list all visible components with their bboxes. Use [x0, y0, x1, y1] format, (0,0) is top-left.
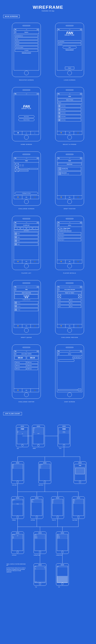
new-game-button[interactable]: New Game: [18, 115, 35, 118]
tab[interactable]: 🎮: [31, 324, 39, 328]
password-field[interactable]: Password: [15, 40, 38, 43]
challenge-button[interactable]: Challenge To Game: [15, 192, 38, 194]
roster-slot[interactable]: POS Player: [15, 361, 26, 364]
tab[interactable]: 🏆: [14, 196, 22, 199]
friend-item[interactable]: Friend Name: [58, 104, 81, 107]
flow-challenge: Challenge☒ vsChallenge: [11, 496, 24, 519]
tab-bar: 🏆FD🎮: [57, 131, 82, 134]
tab[interactable]: FD: [22, 324, 31, 328]
battery-icon: [37, 29, 38, 30]
tab[interactable]: 🎮: [74, 260, 82, 263]
stat: [19, 168, 28, 170]
player-item[interactable]: Player+: [15, 232, 38, 235]
status-time: 7:47: [69, 29, 70, 30]
manual-draft-option[interactable]: Manual DraftChoose players manually: [58, 172, 81, 175]
auto-draft-option[interactable]: Automatic DraftWe choose your roster: [58, 167, 81, 171]
login-button[interactable]: Login: [63, 46, 76, 48]
flow-caption: Home: [59, 448, 61, 449]
tab[interactable]: FD: [22, 260, 31, 263]
roster-slot[interactable]: POS Player: [27, 361, 38, 364]
flow-caption: Challenge Preview: [34, 555, 40, 556]
roster-slot[interactable]: POS Player: [15, 368, 26, 370]
news-item[interactable]: Player News 1: [58, 232, 81, 235]
tab[interactable]: 🎮: [31, 389, 39, 392]
email-label-field[interactable]: E-mail: [15, 38, 38, 40]
send-button[interactable]: Send: [78, 389, 81, 391]
roster-slot[interactable]: POS Player: [27, 368, 38, 370]
tab[interactable]: FD: [65, 131, 74, 134]
caption: PLAYER LIST: [21, 272, 31, 274]
tab[interactable]: 🏆: [57, 131, 65, 134]
friend-item[interactable]: Friend Name: [58, 112, 81, 114]
invite-friend-button[interactable]: Invite A Friend: [18, 118, 35, 121]
roster-slot[interactable]: POS Player: [15, 364, 26, 367]
invite-code-field[interactable]: Invite Code -optional-: [15, 46, 38, 48]
battery-icon: [80, 29, 82, 30]
back-button[interactable]: <: [15, 32, 16, 33]
roster-slot[interactable]: POS Player: [27, 364, 38, 367]
search-input[interactable]: Search: [58, 102, 82, 104]
header-title: @User: [68, 354, 71, 354]
back-button[interactable]: <: [58, 224, 59, 226]
player-item[interactable]: Player+: [15, 236, 38, 238]
tab[interactable]: 🎮: [74, 324, 82, 328]
player-item[interactable]: Player+: [15, 239, 38, 242]
flow-caption: Draft Roster: [31, 520, 35, 520]
password-input[interactable]: Password: [58, 43, 81, 46]
tab[interactable]: 🏆: [57, 324, 65, 328]
tab[interactable]: 🎮: [31, 260, 39, 263]
queue-item[interactable]: RB Player: [15, 301, 38, 304]
header-title: PLAYER LIST: [23, 225, 29, 226]
filter-te[interactable]: TE: [33, 227, 38, 230]
tab[interactable]: 🎮: [74, 196, 82, 199]
tab[interactable]: 🎮: [31, 196, 39, 199]
tab-home[interactable]: FD: [22, 131, 31, 134]
filter-rb[interactable]: RB: [21, 227, 26, 230]
filter-qb[interactable]: QB: [15, 227, 20, 230]
have-account-link[interactable]: Already have an account?: [15, 52, 38, 53]
tab[interactable]: 🏆: [57, 196, 65, 199]
friend-item[interactable]: Friend Name: [58, 115, 81, 118]
queue-item[interactable]: WR Player: [15, 305, 38, 308]
friend-item[interactable]: Friend Name: [58, 108, 81, 111]
nickname-field[interactable]: Nickname: [15, 43, 38, 46]
tab[interactable]: 🏆: [14, 260, 22, 263]
back-button[interactable]: <: [15, 224, 16, 226]
flow-chart: FANemailpassLogin Registeremailpassnickc…: [3, 425, 93, 644]
tab[interactable]: FD: [65, 196, 74, 199]
news-item[interactable]: Player News 2: [58, 236, 81, 238]
tab[interactable]: 🎮: [74, 131, 82, 134]
tab[interactable]: 🏆: [57, 260, 65, 263]
email-input[interactable]: E-mail Address: [58, 40, 81, 42]
tab[interactable]: FD: [65, 324, 74, 328]
tab[interactable]: 🏆: [14, 324, 22, 328]
status-time: 7:47: [26, 158, 27, 159]
back-button[interactable]: <: [58, 353, 59, 354]
tab[interactable]: FD: [22, 196, 31, 199]
tab-bar: 🏆FD🎮: [57, 196, 82, 199]
news-item[interactable]: Player News 3: [58, 238, 81, 241]
register-button[interactable]: Register: [65, 67, 74, 69]
phone-register: 7:47 <Register fanatics@email.com E-mail…: [12, 23, 41, 77]
filter-wr[interactable]: WR: [27, 227, 32, 230]
flow-caption: Login: [17, 448, 19, 449]
back-button[interactable]: <: [15, 289, 16, 290]
complete-button[interactable]: Complete: [15, 49, 38, 52]
back-button[interactable]: <: [58, 289, 59, 290]
friend-item[interactable]: Friend Name: [58, 118, 81, 122]
queue-item[interactable]: TE Player: [15, 308, 38, 311]
tab[interactable]: FD: [22, 389, 31, 392]
tab-trophy[interactable]: [14, 131, 22, 134]
back-button[interactable]: <: [15, 353, 16, 354]
tab-bar: 🏆FD🎮: [57, 324, 82, 328]
tab[interactable]: 🏆: [14, 389, 22, 392]
chat-input[interactable]: [58, 389, 77, 390]
flow-center: Center000 | 000POS | POSPOS | POS: [56, 532, 69, 554]
battery-icon: [80, 222, 82, 223]
forgot-password-link[interactable]: Forgot your password?: [65, 49, 74, 50]
tab-games[interactable]: [31, 131, 39, 134]
chat-message-in: ☺: [58, 359, 74, 362]
email-field[interactable]: fanatics@email.com: [15, 35, 38, 37]
tab[interactable]: FD: [65, 260, 74, 263]
player-item[interactable]: Player+: [15, 243, 38, 246]
